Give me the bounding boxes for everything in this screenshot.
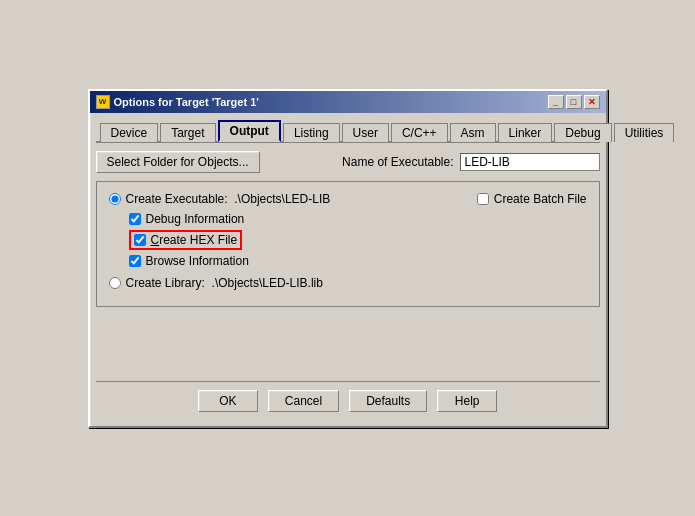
tab-target[interactable]: Target — [160, 123, 215, 142]
browse-info-row: Browse Information — [109, 254, 587, 268]
maximize-button[interactable]: □ — [566, 95, 582, 109]
window-content: Device Target Output Listing User C/C++ … — [90, 113, 606, 426]
create-hex-checkbox[interactable] — [134, 234, 146, 246]
browse-info-checkbox[interactable] — [129, 255, 141, 267]
name-exe-input[interactable] — [460, 153, 600, 171]
title-bar: W Options for Target 'Target 1' _ □ ✕ — [90, 91, 606, 113]
spacer — [96, 317, 600, 377]
cancel-button[interactable]: Cancel — [268, 390, 339, 412]
create-hex-highlight: Create HEX File — [129, 230, 243, 250]
tab-user[interactable]: User — [342, 123, 389, 142]
app-icon: W — [96, 95, 110, 109]
tab-device[interactable]: Device — [100, 123, 159, 142]
main-window: W Options for Target 'Target 1' _ □ ✕ De… — [88, 89, 608, 428]
output-group-box: Create Batch File Create Executable: .\O… — [96, 181, 600, 307]
title-controls: _ □ ✕ — [548, 95, 600, 109]
name-exe-label: Name of Executable: — [342, 155, 453, 169]
top-row: Select Folder for Objects... Name of Exe… — [96, 151, 600, 173]
tab-listing[interactable]: Listing — [283, 123, 340, 142]
debug-info-checkbox[interactable] — [129, 213, 141, 225]
tab-bar: Device Target Output Listing User C/C++ … — [96, 119, 600, 143]
create-exe-label: Create Executable: .\Objects\LED-LIB — [126, 192, 331, 206]
create-exe-radio[interactable] — [109, 193, 121, 205]
help-button[interactable]: Help — [437, 390, 497, 412]
tab-debug[interactable]: Debug — [554, 123, 611, 142]
create-hex-label: Create HEX File — [151, 233, 238, 247]
title-bar-text: W Options for Target 'Target 1' — [96, 95, 259, 109]
close-button[interactable]: ✕ — [584, 95, 600, 109]
tab-utilities[interactable]: Utilities — [614, 123, 675, 142]
select-folder-button[interactable]: Select Folder for Objects... — [96, 151, 260, 173]
create-batch-label: Create Batch File — [494, 192, 587, 206]
bottom-bar: OK Cancel Defaults Help — [96, 381, 600, 420]
create-lib-label: Create Library: .\Objects\LED-LIB.lib — [126, 276, 323, 290]
debug-info-row: Debug Information — [109, 212, 587, 226]
minimize-button[interactable]: _ — [548, 95, 564, 109]
create-lib-row: Create Library: .\Objects\LED-LIB.lib — [109, 276, 587, 290]
create-batch-row: Create Batch File — [477, 192, 587, 206]
create-hex-row: Create HEX File — [109, 230, 587, 250]
defaults-button[interactable]: Defaults — [349, 390, 427, 412]
browse-info-label: Browse Information — [146, 254, 249, 268]
ok-button[interactable]: OK — [198, 390, 258, 412]
tab-asm[interactable]: Asm — [450, 123, 496, 142]
tab-c-cpp[interactable]: C/C++ — [391, 123, 448, 142]
debug-info-label: Debug Information — [146, 212, 245, 226]
create-batch-checkbox[interactable] — [477, 193, 489, 205]
window-title: Options for Target 'Target 1' — [114, 96, 259, 108]
create-lib-radio[interactable] — [109, 277, 121, 289]
tab-output[interactable]: Output — [218, 120, 281, 142]
tab-linker[interactable]: Linker — [498, 123, 553, 142]
name-exe-row: Name of Executable: — [342, 153, 599, 171]
